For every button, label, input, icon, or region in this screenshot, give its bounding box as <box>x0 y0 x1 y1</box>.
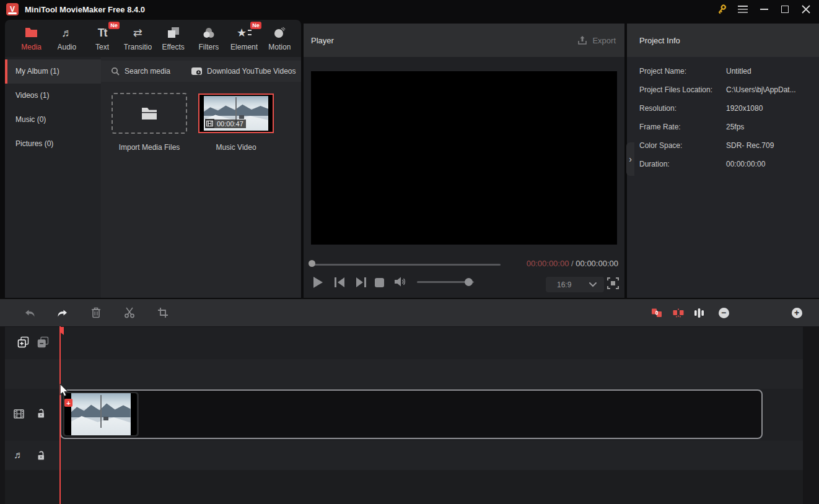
stop-button[interactable] <box>375 278 384 287</box>
undo-button[interactable] <box>19 299 40 326</box>
panel-collapse-handle[interactable]: › <box>626 142 634 176</box>
music-track-unlock-icon[interactable] <box>35 449 47 461</box>
sidebar-item-music[interactable]: Music (0) <box>5 108 101 132</box>
volume-icon[interactable] <box>394 276 406 289</box>
playhead[interactable] <box>59 326 61 504</box>
sidebar-item-label: My Album (1) <box>15 67 59 76</box>
tab-label: Transitio <box>124 43 152 51</box>
close-button[interactable] <box>795 0 817 19</box>
tab-transition[interactable]: ⇄ Transitio <box>120 20 155 57</box>
tab-text[interactable]: Ne Tt Transitio Text <box>85 20 120 57</box>
chevron-right-icon: › <box>629 154 632 164</box>
zoom-out-button[interactable]: − <box>713 299 734 326</box>
sidebar-item-label: Music (0) <box>15 115 46 124</box>
remove-track-button[interactable] <box>37 336 49 348</box>
project-info-row: Project Name:Untitled <box>639 62 813 80</box>
minimize-button[interactable] <box>753 0 774 19</box>
track-height-icon[interactable] <box>688 299 709 326</box>
tab-media[interactable]: Media <box>14 20 49 57</box>
player-title: Player <box>311 36 334 45</box>
sidebar-item-videos[interactable]: Videos (1) <box>5 84 101 108</box>
clip-thumbnail: 00:00:47 <box>204 96 268 131</box>
filters-icon <box>203 26 215 40</box>
seek-bar[interactable] <box>312 264 501 266</box>
menu-icon[interactable] <box>732 0 753 19</box>
project-info-row: Resolution:1920x1080 <box>639 99 813 118</box>
import-media-label: Import Media Files <box>112 143 187 152</box>
media-clip-music-video[interactable]: 00:00:47 <box>198 93 274 133</box>
sidebar-item-label: Pictures (0) <box>15 139 53 148</box>
license-key-icon[interactable] <box>711 0 732 19</box>
crop-button[interactable] <box>152 299 173 326</box>
row-label: Duration: <box>639 160 726 168</box>
tab-filters[interactable]: Filters <box>191 20 226 57</box>
music-note-glyph: ♬ <box>14 450 24 460</box>
download-youtube-button[interactable]: Download YouTube Videos <box>191 67 296 76</box>
minus-glyph: − <box>721 308 726 318</box>
tab-elements[interactable]: Ne ★ Element <box>227 20 262 57</box>
add-clip-badge: + <box>64 399 72 407</box>
chevron-down-icon <box>589 282 597 287</box>
maximize-button[interactable] <box>774 0 795 19</box>
timeline-ruler-row[interactable] <box>5 327 803 359</box>
new-badge: Ne <box>250 22 261 29</box>
row-value: SDR- Rec.709 <box>726 141 774 150</box>
motion-icon <box>273 26 286 40</box>
sidebar-item-pictures[interactable]: Pictures (0) <box>5 132 101 156</box>
row-value: 00:00:00:00 <box>726 160 765 168</box>
project-info-panel: Project Info Project Name:Untitled Proje… <box>627 24 819 298</box>
next-frame-button[interactable] <box>355 277 367 290</box>
video-track-unlock-icon[interactable] <box>35 407 47 419</box>
tab-effects[interactable]: Effects <box>155 20 191 57</box>
search-media-button[interactable]: Search media <box>111 67 170 76</box>
row-label: Project Name: <box>639 67 726 76</box>
current-time: 00:00:00:00 <box>527 259 569 268</box>
clip-drop-region[interactable]: + <box>60 389 763 439</box>
sidebar-item-label: Videos (1) <box>15 91 49 100</box>
redo-button[interactable] <box>52 299 73 326</box>
media-browser: Search media Download YouTube Videos Imp… <box>101 57 301 298</box>
clip-link-icon[interactable] <box>646 299 667 326</box>
row-label: Project Files Location: <box>639 85 726 94</box>
timeline: ♬ + <box>0 326 819 504</box>
player-header: Player Export <box>304 24 624 57</box>
plus-glyph: + <box>66 399 70 407</box>
music-track[interactable] <box>5 441 803 470</box>
row-label: Color Space: <box>639 141 726 150</box>
aspect-ratio-dropdown[interactable]: 16:9 <box>546 277 604 292</box>
app-logo-icon: V <box>6 3 19 15</box>
delete-button[interactable] <box>85 299 107 326</box>
timeline-clip[interactable] <box>63 392 139 437</box>
timeline-toolbar: − + <box>0 299 819 326</box>
music-track-icon: ♬ <box>12 449 25 461</box>
window-title: MiniTool MovieMaker Free 8.4.0 <box>25 5 145 14</box>
media-folder-icon <box>25 26 38 40</box>
fullscreen-button[interactable] <box>607 277 619 291</box>
play-button[interactable] <box>313 277 323 288</box>
tab-motion[interactable]: Motion <box>262 20 297 57</box>
music-note-icon: ♬ <box>61 26 72 40</box>
add-track-button[interactable] <box>17 336 29 348</box>
export-icon <box>577 35 587 45</box>
video-preview[interactable] <box>311 71 617 245</box>
tab-audio[interactable]: ♬ Audio <box>49 20 84 57</box>
volume-knob[interactable] <box>465 278 473 286</box>
row-label: Resolution: <box>639 104 726 113</box>
import-media-button[interactable] <box>112 93 187 134</box>
player-panel: Player Export 00:00:00:00 / 00:00:00:00 <box>304 24 624 298</box>
overlay-track[interactable] <box>5 359 803 389</box>
sidebar-item-my-album[interactable]: My Album (1) <box>5 59 101 84</box>
zoom-in-button[interactable]: + <box>786 299 807 326</box>
project-info-title: Project Info <box>639 36 680 45</box>
tab-label: Motion <box>268 43 291 51</box>
export-button[interactable]: Export <box>577 35 616 45</box>
seek-knob[interactable] <box>309 260 315 267</box>
previous-frame-button[interactable] <box>334 277 346 290</box>
clip-split-icon[interactable] <box>668 299 689 326</box>
export-label: Export <box>592 36 616 45</box>
timeline-empty-area <box>5 470 803 504</box>
album-sidebar: My Album (1) Videos (1) Music (0) Pictur… <box>5 57 101 298</box>
project-info-row: Duration:00:00:00:00 <box>639 155 813 173</box>
split-scissors-button[interactable] <box>119 299 140 326</box>
project-info-row: Project Files Location:C:\Users\bj\AppDa… <box>639 80 813 99</box>
